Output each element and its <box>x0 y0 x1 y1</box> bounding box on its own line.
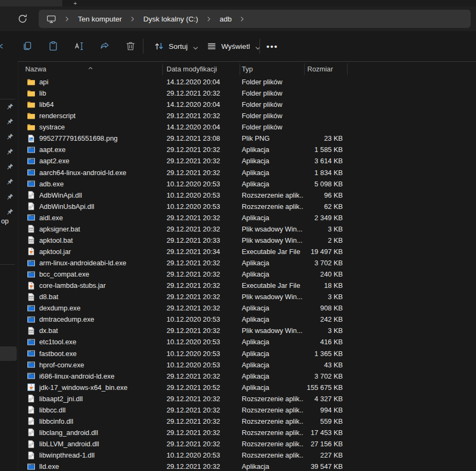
file-row[interactable]: apksigner.bat29.12.2021 20:32Plik wsadow… <box>18 223 476 235</box>
file-row[interactable]: bcc_compat.exe29.12.2021 20:32Aplikacja2… <box>18 269 476 280</box>
cut-button[interactable] <box>0 40 5 52</box>
file-row[interactable]: lib29.12.2021 20:32Folder plików <box>18 88 476 99</box>
column-header-size[interactable]: Rozmiar <box>307 62 333 76</box>
file-row[interactable]: etc1tool.exe10.12.2020 20:53Aplikacja416… <box>18 336 476 347</box>
pin-icon <box>6 133 13 140</box>
file-size: 242 KB <box>269 314 343 325</box>
breadcrumb-local-disk-c[interactable]: Dysk lokalny (C:) <box>141 15 200 23</box>
sidebar-selected-item[interactable] <box>0 346 17 361</box>
file-row[interactable]: lld.exe29.12.2021 20:32Aplikacja39 547 K… <box>18 461 476 471</box>
exe-icon <box>27 168 35 177</box>
file-date-modified: 29.12.2021 20:34 <box>167 246 240 257</box>
pin-icon <box>6 148 13 155</box>
file-size: 155 675 KB <box>269 382 343 393</box>
file-name: d8.bat <box>39 291 164 302</box>
file-size: 19 497 KB <box>269 246 343 257</box>
file-row[interactable]: AdbWinUsbApi.dll10.12.2020 20:53Rozszerz… <box>18 201 476 212</box>
view-button[interactable]: Wyświetl <box>206 39 261 54</box>
file-row[interactable]: d8.bat29.12.2021 20:32Plik wsadowy Win..… <box>18 291 476 302</box>
file-row[interactable]: aidl.exe29.12.2021 20:32Aplikacja2 349 K… <box>18 212 476 223</box>
exe-icon <box>27 270 35 279</box>
paste-button[interactable] <box>47 40 59 52</box>
rename-button[interactable] <box>73 40 85 52</box>
file-row[interactable]: libLLVM_android.dll29.12.2021 20:32Rozsz… <box>18 438 476 450</box>
file-row[interactable]: libaapt2_jni.dll29.12.2021 20:32Rozszerz… <box>18 393 476 404</box>
file-row[interactable]: hprof-conv.exe10.12.2020 20:53Aplikacja4… <box>18 359 476 371</box>
file-row[interactable]: apktool.bat29.12.2021 20:33Plik wsadowy … <box>18 235 476 246</box>
file-row[interactable]: jdk-17_windows-x64_bin.exe29.12.2021 20:… <box>18 382 476 393</box>
file-row[interactable]: systrace14.12.2020 20:04Folder plików <box>18 121 476 133</box>
file-row[interactable]: renderscript29.12.2021 20:32Folder plikó… <box>18 110 476 121</box>
file-date-modified: 10.12.2020 20:53 <box>167 178 240 190</box>
file-row[interactable]: aapt.exe29.12.2021 20:32Aplikacja1 585 K… <box>18 144 476 155</box>
column-header-row: Nazwa Data modyfikacji Typ Rozmiar <box>18 62 476 76</box>
address-bar[interactable]: Ten komputer Dysk lokalny (C:) adb <box>39 10 471 28</box>
column-header-type[interactable]: Typ <box>242 62 253 76</box>
delete-button[interactable] <box>125 40 136 52</box>
file-row[interactable]: libwinpthread-1.dll10.12.2020 20:53Rozsz… <box>18 450 476 461</box>
exe-icon <box>27 259 35 267</box>
file-size <box>269 88 343 99</box>
sidebar-item-label-fragment[interactable]: op <box>1 217 9 225</box>
file-row[interactable]: lib6414.12.2020 20:04Folder plików <box>18 99 476 110</box>
file-row[interactable]: api14.12.2020 20:04Folder plików <box>18 76 476 88</box>
file-size: 1 585 KB <box>269 144 343 155</box>
file-row[interactable]: dx.bat29.12.2021 20:32Plik wsadowy Win..… <box>18 325 476 336</box>
dll-icon <box>27 428 35 437</box>
file-row[interactable]: aapt2.exe29.12.2021 20:32Aplikacja3 614 … <box>18 155 476 166</box>
column-resize-handle[interactable] <box>347 63 348 75</box>
breadcrumb-adb[interactable]: adb <box>218 15 234 23</box>
file-row[interactable]: libbcinfo.dll29.12.2021 20:32Rozszerzeni… <box>18 416 476 427</box>
file-row[interactable]: 99527777916551698.png29.12.2021 23:08Pli… <box>18 133 476 144</box>
pin-icon <box>6 103 13 110</box>
dll-icon <box>27 202 35 211</box>
file-name: apktool.jar <box>39 246 164 257</box>
chevron-right-icon <box>63 15 71 23</box>
breadcrumb-this-pc[interactable]: Ten komputer <box>76 15 124 23</box>
explorer-tab[interactable] <box>0 0 62 6</box>
file-row[interactable]: adb.exe10.12.2020 20:53Aplikacja5 098 KB <box>18 178 476 190</box>
file-list: api14.12.2020 20:04Folder plikówlib29.12… <box>18 76 476 471</box>
share-button[interactable] <box>99 40 111 52</box>
folder-icon <box>27 112 35 120</box>
file-name: i686-linux-android-ld.exe <box>39 371 164 382</box>
file-row[interactable]: arm-linux-androideabi-ld.exe29.12.2021 2… <box>18 257 476 269</box>
chevron-right-icon[interactable] <box>238 15 247 23</box>
dll-icon <box>27 417 35 425</box>
column-header-name[interactable]: Nazwa <box>25 62 46 76</box>
bat-icon <box>27 224 35 233</box>
file-row[interactable]: libbcc.dll29.12.2021 20:32Rozszerzenie a… <box>18 404 476 416</box>
file-row[interactable]: fastboot.exe10.12.2020 20:53Aplikacja1 3… <box>18 348 476 359</box>
file-date-modified: 14.12.2020 20:04 <box>167 121 240 133</box>
file-row[interactable]: core-lambda-stubs.jar29.12.2021 20:32Exe… <box>18 280 476 291</box>
file-date-modified: 29.12.2021 20:52 <box>167 382 240 393</box>
file-size: 96 KB <box>269 190 343 201</box>
more-options-button[interactable]: ••• <box>266 39 278 54</box>
dll-icon <box>27 451 35 460</box>
file-row[interactable]: aarch64-linux-android-ld.exe29.12.2021 2… <box>18 167 476 178</box>
file-date-modified: 29.12.2021 20:32 <box>167 223 240 235</box>
file-size: 2 KB <box>269 235 343 246</box>
file-size <box>269 110 343 121</box>
file-row[interactable]: dexdump.exe29.12.2021 20:32Aplikacja908 … <box>18 302 476 314</box>
copy-button[interactable] <box>21 40 33 52</box>
file-date-modified: 29.12.2021 20:32 <box>167 393 240 404</box>
column-resize-handle[interactable] <box>304 63 305 75</box>
refresh-button[interactable] <box>17 13 28 24</box>
new-tab-button[interactable]: + <box>71 0 80 6</box>
chevron-right-icon[interactable] <box>205 15 213 23</box>
file-size: 1 834 KB <box>269 167 343 178</box>
column-resize-handle[interactable] <box>162 63 163 75</box>
file-row[interactable]: apktool.jar29.12.2021 20:34Executable Ja… <box>18 246 476 257</box>
file-row[interactable]: libclang_android.dll29.12.2021 20:32Rozs… <box>18 427 476 438</box>
file-date-modified: 29.12.2021 20:32 <box>167 461 240 471</box>
column-header-modified[interactable]: Data modyfikacji <box>167 62 217 76</box>
file-row[interactable]: AdbWinApi.dll10.12.2020 20:53Rozszerzeni… <box>18 190 476 201</box>
file-size: 1 365 KB <box>269 348 343 359</box>
file-name: aarch64-linux-android-ld.exe <box>39 167 164 178</box>
column-resize-handle[interactable] <box>240 63 240 75</box>
chevron-right-icon[interactable] <box>128 15 137 23</box>
file-row[interactable]: dmtracedump.exe10.12.2020 20:53Aplikacja… <box>18 314 476 325</box>
sort-button[interactable]: Sortuj <box>154 39 198 54</box>
file-row[interactable]: i686-linux-android-ld.exe29.12.2021 20:3… <box>18 371 476 382</box>
